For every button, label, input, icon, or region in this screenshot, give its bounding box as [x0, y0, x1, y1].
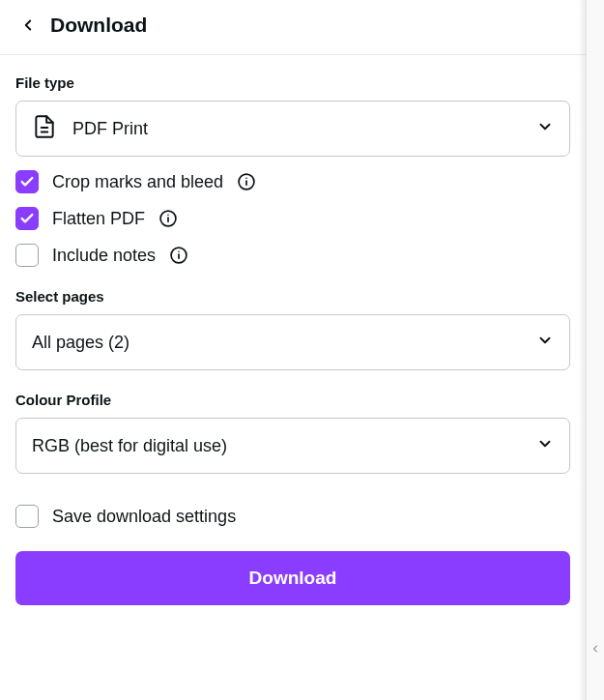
info-icon[interactable]	[158, 209, 178, 228]
file-pdf-icon	[32, 113, 57, 144]
select-pages-select[interactable]: All pages (2)	[15, 314, 570, 370]
flatten-pdf-label: Flatten PDF	[52, 209, 145, 229]
colour-profile-select[interactable]: RGB (best for digital use)	[15, 418, 570, 474]
file-type-label: File type	[15, 74, 570, 91]
crop-marks-checkbox[interactable]	[15, 170, 39, 193]
download-button[interactable]: Download	[15, 551, 570, 605]
svg-point-10	[178, 250, 180, 252]
info-icon[interactable]	[169, 246, 188, 265]
back-icon[interactable]	[19, 16, 37, 34]
file-type-select[interactable]: PDF Print	[15, 101, 570, 157]
collapse-arrow-icon[interactable]	[589, 638, 601, 659]
colour-profile-value: RGB (best for digital use)	[32, 436, 536, 456]
info-icon[interactable]	[237, 172, 256, 191]
download-panel: Download File type PDF Print Crop mark	[0, 0, 586, 700]
include-notes-row: Include notes	[15, 244, 570, 267]
include-notes-checkbox[interactable]	[15, 244, 39, 267]
download-button-label: Download	[249, 568, 337, 589]
chevron-down-icon	[536, 435, 554, 456]
panel-title: Download	[50, 14, 147, 37]
flatten-pdf-checkbox[interactable]	[15, 207, 39, 230]
svg-point-4	[245, 177, 247, 179]
crop-marks-row: Crop marks and bleed	[15, 170, 570, 193]
save-settings-label: Save download settings	[52, 507, 236, 527]
panel-content: File type PDF Print Crop marks and bleed	[0, 55, 586, 625]
svg-point-7	[167, 214, 169, 216]
file-type-value: PDF Print	[72, 119, 536, 139]
chevron-down-icon	[536, 332, 554, 353]
select-pages-value: All pages (2)	[32, 333, 536, 353]
include-notes-label: Include notes	[52, 246, 156, 266]
crop-marks-label: Crop marks and bleed	[52, 172, 223, 192]
colour-profile-label: Colour Profile	[15, 392, 570, 408]
flatten-pdf-row: Flatten PDF	[15, 207, 570, 230]
chevron-down-icon	[536, 118, 554, 139]
panel-header: Download	[0, 0, 586, 55]
background-strip	[586, 0, 604, 700]
save-settings-checkbox[interactable]	[15, 505, 39, 528]
save-settings-row: Save download settings	[15, 505, 570, 528]
select-pages-label: Select pages	[15, 288, 570, 305]
